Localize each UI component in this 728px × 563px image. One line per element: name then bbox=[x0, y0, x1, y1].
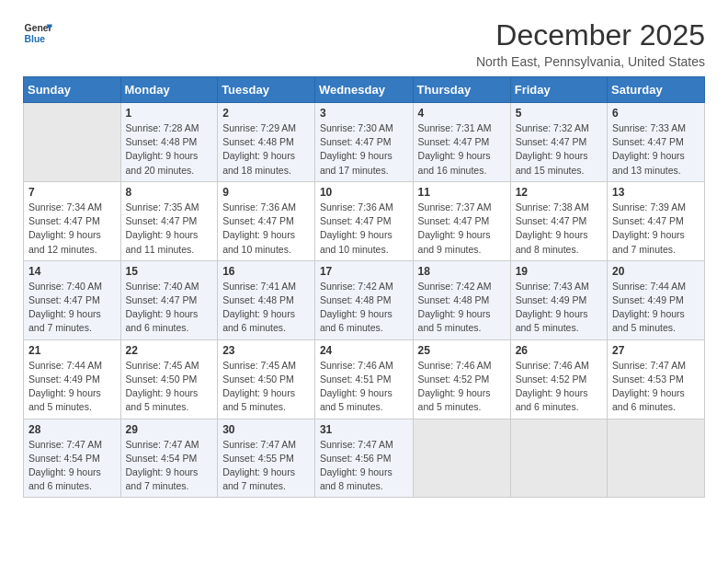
day-number: 23 bbox=[222, 344, 310, 357]
calendar-cell bbox=[608, 419, 705, 498]
calendar-cell: 6Sunrise: 7:33 AMSunset: 4:47 PMDaylight… bbox=[608, 103, 705, 182]
day-header-friday: Friday bbox=[510, 77, 607, 103]
calendar-cell: 25Sunrise: 7:46 AMSunset: 4:52 PMDayligh… bbox=[413, 339, 510, 419]
calendar-week-3: 14Sunrise: 7:40 AMSunset: 4:47 PMDayligh… bbox=[24, 260, 705, 339]
day-detail: Sunrise: 7:30 AMSunset: 4:47 PMDaylight:… bbox=[320, 121, 408, 178]
day-header-tuesday: Tuesday bbox=[218, 77, 315, 103]
day-number: 3 bbox=[320, 107, 408, 120]
day-number: 1 bbox=[126, 107, 213, 120]
calendar-cell: 12Sunrise: 7:38 AMSunset: 4:47 PMDayligh… bbox=[510, 181, 607, 260]
calendar-cell: 26Sunrise: 7:46 AMSunset: 4:52 PMDayligh… bbox=[510, 339, 607, 419]
logo: General Blue bbox=[23, 18, 52, 48]
calendar-cell: 8Sunrise: 7:35 AMSunset: 4:47 PMDaylight… bbox=[120, 181, 218, 260]
calendar-week-4: 21Sunrise: 7:44 AMSunset: 4:49 PMDayligh… bbox=[24, 339, 705, 419]
calendar-cell: 23Sunrise: 7:45 AMSunset: 4:50 PMDayligh… bbox=[218, 339, 315, 419]
day-detail: Sunrise: 7:28 AMSunset: 4:48 PMDaylight:… bbox=[126, 121, 213, 178]
day-detail: Sunrise: 7:44 AMSunset: 4:49 PMDaylight:… bbox=[612, 280, 700, 336]
day-number: 7 bbox=[28, 186, 116, 199]
day-detail: Sunrise: 7:35 AMSunset: 4:47 PMDaylight:… bbox=[126, 201, 213, 257]
calendar-cell: 14Sunrise: 7:40 AMSunset: 4:47 PMDayligh… bbox=[24, 260, 121, 339]
month-title: December 2025 bbox=[476, 18, 705, 52]
day-header-monday: Monday bbox=[120, 77, 218, 103]
calendar-cell: 19Sunrise: 7:43 AMSunset: 4:49 PMDayligh… bbox=[510, 260, 607, 339]
day-number: 29 bbox=[126, 423, 213, 436]
calendar-week-2: 7Sunrise: 7:34 AMSunset: 4:47 PMDaylight… bbox=[24, 181, 705, 260]
day-detail: Sunrise: 7:40 AMSunset: 4:47 PMDaylight:… bbox=[28, 280, 116, 336]
day-detail: Sunrise: 7:46 AMSunset: 4:51 PMDaylight:… bbox=[320, 359, 408, 415]
calendar-cell: 27Sunrise: 7:47 AMSunset: 4:53 PMDayligh… bbox=[608, 339, 705, 419]
calendar-week-5: 28Sunrise: 7:47 AMSunset: 4:54 PMDayligh… bbox=[24, 419, 705, 498]
day-detail: Sunrise: 7:31 AMSunset: 4:47 PMDaylight:… bbox=[418, 121, 506, 178]
day-number: 28 bbox=[28, 423, 116, 436]
calendar-cell: 30Sunrise: 7:47 AMSunset: 4:55 PMDayligh… bbox=[218, 419, 315, 498]
calendar-cell bbox=[510, 419, 607, 498]
day-number: 27 bbox=[612, 344, 700, 357]
day-detail: Sunrise: 7:37 AMSunset: 4:47 PMDaylight:… bbox=[418, 201, 506, 257]
day-detail: Sunrise: 7:33 AMSunset: 4:47 PMDaylight:… bbox=[612, 121, 700, 178]
day-detail: Sunrise: 7:32 AMSunset: 4:47 PMDaylight:… bbox=[516, 121, 602, 178]
day-header-sunday: Sunday bbox=[24, 77, 121, 103]
day-header-wednesday: Wednesday bbox=[314, 77, 413, 103]
calendar-cell: 10Sunrise: 7:36 AMSunset: 4:47 PMDayligh… bbox=[314, 181, 413, 260]
calendar-cell: 22Sunrise: 7:45 AMSunset: 4:50 PMDayligh… bbox=[120, 339, 218, 419]
day-detail: Sunrise: 7:40 AMSunset: 4:47 PMDaylight:… bbox=[126, 280, 213, 336]
day-detail: Sunrise: 7:47 AMSunset: 4:53 PMDaylight:… bbox=[612, 359, 700, 415]
day-number: 25 bbox=[418, 344, 506, 357]
day-detail: Sunrise: 7:42 AMSunset: 4:48 PMDaylight:… bbox=[320, 280, 408, 336]
day-detail: Sunrise: 7:43 AMSunset: 4:49 PMDaylight:… bbox=[516, 280, 602, 336]
day-number: 21 bbox=[28, 344, 116, 357]
day-number: 4 bbox=[418, 107, 506, 120]
day-number: 14 bbox=[28, 265, 116, 278]
calendar-cell: 9Sunrise: 7:36 AMSunset: 4:47 PMDaylight… bbox=[218, 181, 315, 260]
calendar-cell: 13Sunrise: 7:39 AMSunset: 4:47 PMDayligh… bbox=[608, 181, 705, 260]
svg-text:Blue: Blue bbox=[25, 34, 46, 44]
day-number: 30 bbox=[222, 423, 310, 436]
calendar-cell: 5Sunrise: 7:32 AMSunset: 4:47 PMDaylight… bbox=[510, 103, 607, 182]
calendar-cell: 31Sunrise: 7:47 AMSunset: 4:56 PMDayligh… bbox=[314, 419, 413, 498]
calendar-cell: 15Sunrise: 7:40 AMSunset: 4:47 PMDayligh… bbox=[120, 260, 218, 339]
day-number: 19 bbox=[516, 265, 602, 278]
calendar-cell: 3Sunrise: 7:30 AMSunset: 4:47 PMDaylight… bbox=[314, 103, 413, 182]
day-number: 10 bbox=[320, 186, 408, 199]
day-header-thursday: Thursday bbox=[413, 77, 510, 103]
day-number: 18 bbox=[418, 265, 506, 278]
calendar-cell: 1Sunrise: 7:28 AMSunset: 4:48 PMDaylight… bbox=[120, 103, 218, 182]
calendar-cell: 20Sunrise: 7:44 AMSunset: 4:49 PMDayligh… bbox=[608, 260, 705, 339]
calendar-cell: 2Sunrise: 7:29 AMSunset: 4:48 PMDaylight… bbox=[218, 103, 315, 182]
day-detail: Sunrise: 7:47 AMSunset: 4:54 PMDaylight:… bbox=[126, 438, 213, 494]
day-number: 12 bbox=[516, 186, 602, 199]
day-detail: Sunrise: 7:34 AMSunset: 4:47 PMDaylight:… bbox=[28, 201, 116, 257]
calendar-cell: 16Sunrise: 7:41 AMSunset: 4:48 PMDayligh… bbox=[218, 260, 315, 339]
calendar-cell: 28Sunrise: 7:47 AMSunset: 4:54 PMDayligh… bbox=[24, 419, 121, 498]
day-number: 9 bbox=[222, 186, 310, 199]
day-detail: Sunrise: 7:44 AMSunset: 4:49 PMDaylight:… bbox=[28, 359, 116, 415]
day-number: 8 bbox=[126, 186, 213, 199]
day-detail: Sunrise: 7:47 AMSunset: 4:55 PMDaylight:… bbox=[222, 438, 310, 494]
day-detail: Sunrise: 7:39 AMSunset: 4:47 PMDaylight:… bbox=[612, 201, 700, 257]
day-detail: Sunrise: 7:41 AMSunset: 4:48 PMDaylight:… bbox=[222, 280, 310, 336]
day-number: 16 bbox=[222, 265, 310, 278]
calendar-cell: 11Sunrise: 7:37 AMSunset: 4:47 PMDayligh… bbox=[413, 181, 510, 260]
day-number: 2 bbox=[222, 107, 310, 120]
calendar-cell: 4Sunrise: 7:31 AMSunset: 4:47 PMDaylight… bbox=[413, 103, 510, 182]
day-number: 31 bbox=[320, 423, 408, 436]
day-detail: Sunrise: 7:36 AMSunset: 4:47 PMDaylight:… bbox=[222, 201, 310, 257]
location: North East, Pennsylvania, United States bbox=[476, 54, 705, 69]
day-detail: Sunrise: 7:46 AMSunset: 4:52 PMDaylight:… bbox=[418, 359, 506, 415]
day-header-saturday: Saturday bbox=[608, 77, 705, 103]
day-detail: Sunrise: 7:29 AMSunset: 4:48 PMDaylight:… bbox=[222, 121, 310, 178]
calendar-cell: 24Sunrise: 7:46 AMSunset: 4:51 PMDayligh… bbox=[314, 339, 413, 419]
day-number: 26 bbox=[516, 344, 602, 357]
day-detail: Sunrise: 7:38 AMSunset: 4:47 PMDaylight:… bbox=[516, 201, 602, 257]
calendar-table: SundayMondayTuesdayWednesdayThursdayFrid… bbox=[23, 76, 705, 498]
day-number: 6 bbox=[612, 107, 700, 120]
calendar-cell bbox=[413, 419, 510, 498]
day-detail: Sunrise: 7:36 AMSunset: 4:47 PMDaylight:… bbox=[320, 201, 408, 257]
day-detail: Sunrise: 7:47 AMSunset: 4:54 PMDaylight:… bbox=[28, 438, 116, 494]
calendar-header-row: SundayMondayTuesdayWednesdayThursdayFrid… bbox=[24, 77, 705, 103]
day-detail: Sunrise: 7:45 AMSunset: 4:50 PMDaylight:… bbox=[222, 359, 310, 415]
calendar-cell: 17Sunrise: 7:42 AMSunset: 4:48 PMDayligh… bbox=[314, 260, 413, 339]
day-number: 13 bbox=[612, 186, 700, 199]
day-number: 22 bbox=[126, 344, 213, 357]
day-number: 20 bbox=[612, 265, 700, 278]
